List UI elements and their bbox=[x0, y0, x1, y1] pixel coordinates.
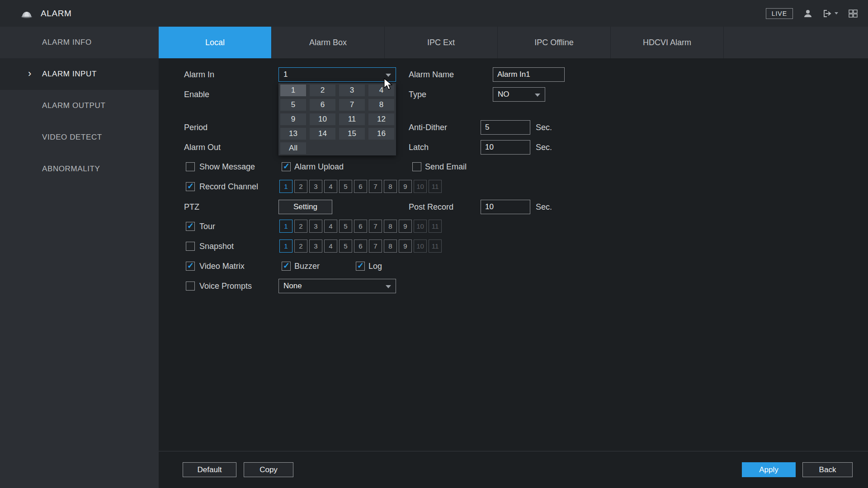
chevron-down-icon bbox=[535, 94, 540, 97]
channel-button[interactable]: 10 bbox=[414, 239, 427, 253]
voice-prompts-select[interactable]: None bbox=[278, 279, 396, 293]
alarm-in-select[interactable]: 1 bbox=[278, 67, 396, 82]
send-email-checkbox[interactable] bbox=[412, 162, 421, 171]
channel-button[interactable]: 1 bbox=[279, 220, 292, 233]
dropdown-option[interactable]: 15 bbox=[339, 128, 365, 140]
chevron-right-icon: › bbox=[28, 69, 31, 79]
channel-button[interactable]: 7 bbox=[369, 220, 382, 233]
channel-button[interactable]: 2 bbox=[294, 220, 307, 233]
channel-button[interactable]: 6 bbox=[354, 180, 367, 193]
channel-button[interactable]: 3 bbox=[309, 180, 322, 193]
channel-button[interactable]: 2 bbox=[294, 239, 307, 253]
dropdown-option[interactable]: 1 bbox=[280, 84, 306, 96]
log-checkbox[interactable] bbox=[356, 262, 365, 271]
live-button[interactable]: LIVE bbox=[766, 8, 793, 19]
ptz-setting-button[interactable]: Setting bbox=[278, 200, 332, 214]
dropdown-option[interactable]: 9 bbox=[280, 113, 306, 125]
topbar-right: LIVE bbox=[766, 8, 858, 19]
channel-button[interactable]: 8 bbox=[384, 220, 397, 233]
dropdown-option[interactable]: 13 bbox=[280, 128, 306, 140]
logout-icon[interactable] bbox=[823, 9, 838, 18]
chevron-down-icon bbox=[386, 74, 391, 77]
tab-local[interactable]: Local bbox=[159, 27, 272, 58]
apply-button[interactable]: Apply bbox=[742, 462, 796, 477]
alarm-name-input[interactable] bbox=[493, 67, 565, 82]
screen-grid-icon[interactable] bbox=[848, 9, 858, 18]
channel-button[interactable]: 1 bbox=[279, 239, 292, 253]
user-icon[interactable] bbox=[803, 9, 813, 19]
sidebar-item-alarm-output[interactable]: ALARM OUTPUT bbox=[0, 90, 159, 122]
dropdown-option[interactable]: 12 bbox=[368, 113, 394, 125]
show-message-checkbox[interactable] bbox=[186, 162, 195, 171]
dropdown-option[interactable]: 8 bbox=[368, 99, 394, 111]
channel-button[interactable]: 9 bbox=[399, 180, 412, 193]
dropdown-option[interactable]: 7 bbox=[339, 99, 365, 111]
dropdown-option[interactable]: 5 bbox=[280, 99, 306, 111]
tab-ipc-offline[interactable]: IPC Offline bbox=[498, 27, 611, 58]
dropdown-option[interactable]: 6 bbox=[310, 99, 335, 111]
post-record-input[interactable] bbox=[481, 200, 530, 214]
channel-button[interactable]: 3 bbox=[309, 220, 322, 233]
tab-alarm-box[interactable]: Alarm Box bbox=[272, 27, 385, 58]
channel-button[interactable]: 1 bbox=[279, 180, 292, 193]
channel-button[interactable]: 5 bbox=[339, 220, 352, 233]
channel-button[interactable]: 8 bbox=[384, 180, 397, 193]
channel-button[interactable]: 7 bbox=[369, 180, 382, 193]
dropdown-option[interactable]: 4 bbox=[368, 84, 394, 96]
row-ptz: PTZ Setting Post Record Sec. bbox=[159, 200, 868, 214]
row-period: Period Anti-Dither Sec. bbox=[159, 120, 868, 135]
voice-prompts-checkbox[interactable] bbox=[186, 282, 195, 291]
channel-button[interactable]: 6 bbox=[354, 220, 367, 233]
sidebar-item-video-detect[interactable]: VIDEO DETECT bbox=[0, 122, 159, 153]
dropdown-option-all[interactable]: All bbox=[280, 142, 306, 154]
channel-button[interactable]: 5 bbox=[339, 180, 352, 193]
alarm-in-label: Alarm In bbox=[184, 67, 214, 82]
latch-input[interactable] bbox=[481, 140, 530, 155]
anti-dither-input[interactable] bbox=[481, 120, 530, 135]
copy-button[interactable]: Copy bbox=[244, 462, 293, 477]
channel-button[interactable]: 4 bbox=[324, 220, 337, 233]
channel-button[interactable]: 4 bbox=[324, 180, 337, 193]
channel-button[interactable]: 10 bbox=[414, 180, 427, 193]
dropdown-option[interactable]: 14 bbox=[310, 128, 335, 140]
back-button[interactable]: Back bbox=[802, 462, 853, 477]
record-channel-checkbox[interactable] bbox=[186, 182, 195, 191]
type-select[interactable]: NO bbox=[493, 87, 545, 102]
channel-button[interactable]: 9 bbox=[399, 220, 412, 233]
channel-button[interactable]: 6 bbox=[354, 239, 367, 253]
snapshot-channel-strip: 1 2 3 4 5 6 7 8 9 10 11 bbox=[279, 239, 442, 253]
channel-button[interactable]: 10 bbox=[414, 220, 427, 233]
default-button[interactable]: Default bbox=[183, 462, 236, 477]
dropdown-option[interactable]: 11 bbox=[339, 113, 365, 125]
channel-button[interactable]: 9 bbox=[399, 239, 412, 253]
sidebar: ALARM INFO › ALARM INPUT ALARM OUTPUT VI… bbox=[0, 27, 159, 488]
dropdown-option[interactable]: 2 bbox=[310, 84, 335, 96]
channel-button[interactable]: 5 bbox=[339, 239, 352, 253]
tab-bar: Local Alarm Box IPC Ext IPC Offline HDCV… bbox=[159, 27, 868, 58]
tab-hdcvi-alarm[interactable]: HDCVI Alarm bbox=[611, 27, 724, 58]
channel-button[interactable]: 2 bbox=[294, 180, 307, 193]
topbar-left: ALARM bbox=[20, 6, 71, 20]
sidebar-item-alarm-input[interactable]: › ALARM INPUT bbox=[0, 58, 159, 90]
dropdown-option[interactable]: 10 bbox=[310, 113, 335, 125]
alarm-upload-checkbox[interactable] bbox=[282, 162, 291, 171]
channel-button[interactable]: 11 bbox=[429, 220, 442, 233]
tour-checkbox[interactable] bbox=[186, 222, 195, 231]
buzzer-checkbox[interactable] bbox=[282, 262, 291, 271]
row-tour: Tour 1 2 3 4 5 6 7 8 9 10 11 bbox=[159, 219, 868, 234]
video-matrix-checkbox[interactable] bbox=[186, 262, 195, 271]
channel-button[interactable]: 8 bbox=[384, 239, 397, 253]
row-alarm-in: Alarm In 1 Alarm Name bbox=[159, 67, 868, 82]
dropdown-option[interactable]: 3 bbox=[339, 84, 365, 96]
snapshot-checkbox[interactable] bbox=[186, 242, 195, 251]
channel-button[interactable]: 7 bbox=[369, 239, 382, 253]
channel-button[interactable]: 11 bbox=[429, 239, 442, 253]
channel-button[interactable]: 4 bbox=[324, 239, 337, 253]
tab-ipc-ext[interactable]: IPC Ext bbox=[385, 27, 498, 58]
channel-button[interactable]: 11 bbox=[429, 180, 442, 193]
chevron-down-icon bbox=[386, 285, 391, 288]
sidebar-item-alarm-info[interactable]: ALARM INFO bbox=[0, 27, 159, 58]
channel-button[interactable]: 3 bbox=[309, 239, 322, 253]
sidebar-item-abnormality[interactable]: ABNORMALITY bbox=[0, 153, 159, 185]
dropdown-option[interactable]: 16 bbox=[368, 128, 394, 140]
